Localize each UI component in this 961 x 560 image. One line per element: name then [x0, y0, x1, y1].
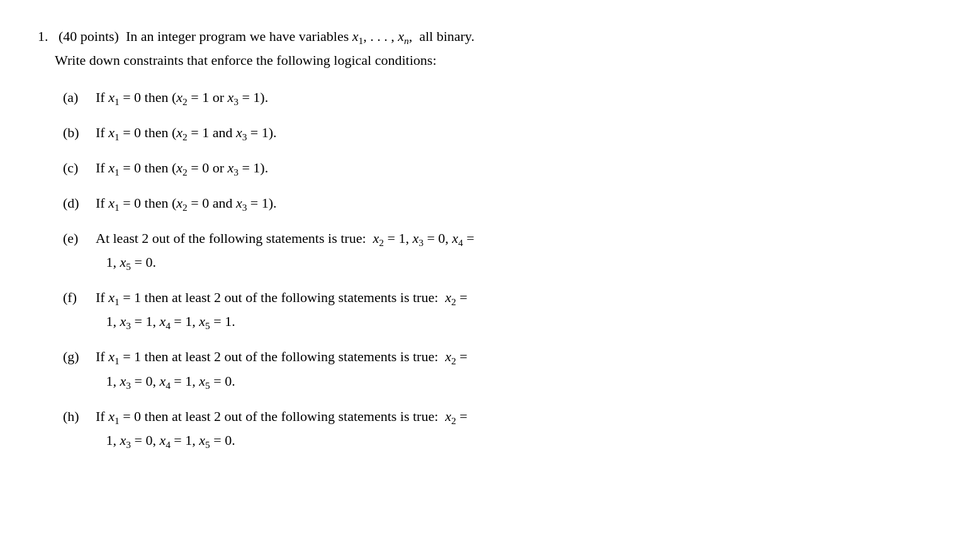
part-h: (h) If x1 = 0 then at least 2 out of the… [63, 405, 919, 453]
part-d-content: If x1 = 0 then (x2 = 0 and x3 = 1). [96, 192, 919, 216]
part-b-label: (b) [63, 121, 96, 143]
part-a-content: If x1 = 0 then (x2 = 1 or x3 = 1). [96, 86, 919, 110]
problem-number: 1. [38, 28, 48, 44]
part-h-content: If x1 = 0 then at least 2 out of the fol… [96, 405, 919, 453]
problem-header: 1. (40 points) In an integer program we … [38, 25, 919, 71]
part-d: (d) If x1 = 0 then (x2 = 0 and x3 = 1). [63, 192, 919, 216]
part-b: (b) If x1 = 0 then (x2 = 1 and x3 = 1). [63, 121, 919, 145]
part-h-label: (h) [63, 405, 96, 427]
part-c: (c) If x1 = 0 then (x2 = 0 or x3 = 1). [63, 157, 919, 181]
part-b-content: If x1 = 0 then (x2 = 1 and x3 = 1). [96, 121, 919, 145]
part-g-content: If x1 = 1 then at least 2 out of the fol… [96, 345, 919, 393]
part-e-label: (e) [63, 227, 96, 249]
part-f-label: (f) [63, 286, 96, 308]
part-a-label: (a) [63, 86, 96, 108]
problem-container: 1. (40 points) In an integer program we … [38, 25, 919, 453]
problem-intro: (40 points) In an integer program we hav… [38, 28, 475, 68]
part-c-content: If x1 = 0 then (x2 = 0 or x3 = 1). [96, 157, 919, 181]
part-c-label: (c) [63, 157, 96, 179]
part-a: (a) If x1 = 0 then (x2 = 1 or x3 = 1). [63, 86, 919, 110]
part-e-content: At least 2 out of the following statemen… [96, 227, 919, 275]
part-f-content: If x1 = 1 then at least 2 out of the fol… [96, 286, 919, 334]
parts-list: (a) If x1 = 0 then (x2 = 1 or x3 = 1). (… [38, 86, 919, 452]
part-g-label: (g) [63, 345, 96, 367]
part-f: (f) If x1 = 1 then at least 2 out of the… [63, 286, 919, 334]
part-g: (g) If x1 = 1 then at least 2 out of the… [63, 345, 919, 393]
part-e: (e) At least 2 out of the following stat… [63, 227, 919, 275]
part-d-label: (d) [63, 192, 96, 214]
